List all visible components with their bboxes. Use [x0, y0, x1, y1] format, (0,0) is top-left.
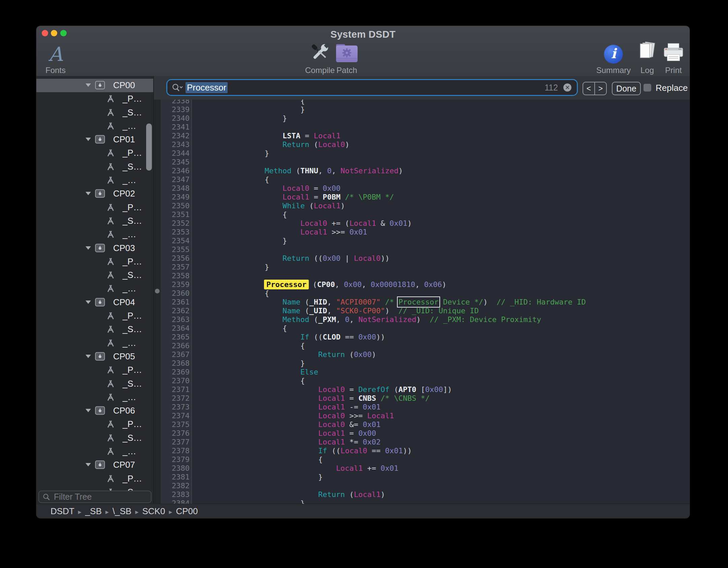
code-line-text: Name (_HID, "ACPI0007" /* Processor Devi…: [211, 298, 586, 307]
fonts-button[interactable]: A Fonts: [45, 41, 66, 75]
device-scope-icon: [95, 406, 105, 416]
tree-item-CP06[interactable]: CP06: [36, 404, 153, 418]
tree-item[interactable]: _P…: [36, 363, 153, 377]
tree-item[interactable]: _S…: [36, 377, 153, 391]
code-line-text: While (Local1): [211, 202, 345, 210]
code-line: 2366 {: [154, 342, 690, 350]
splitter-handle[interactable]: [155, 289, 160, 293]
breadcrumb-item[interactable]: \_SB: [112, 506, 131, 517]
line-number: 2380: [161, 464, 190, 473]
code-line: 2368 }: [154, 359, 690, 368]
tree-item-CP02[interactable]: CP02: [36, 187, 153, 201]
tree-item[interactable]: _P…: [36, 146, 153, 160]
tree-item[interactable]: _…: [36, 391, 153, 404]
compile-button[interactable]: Compile: [305, 41, 335, 75]
line-number: 2382: [161, 482, 190, 490]
clear-search-button[interactable]: ✕: [563, 83, 571, 92]
tree-item[interactable]: _S…: [36, 214, 153, 228]
tree-item[interactable]: _S…: [36, 323, 153, 336]
disclosure-triangle-icon[interactable]: [86, 463, 91, 466]
code-line: 2379 {: [154, 455, 690, 464]
code-line: 2359 Processor (CP00, 0x00, 0x00001810, …: [154, 280, 690, 289]
breadcrumb-item[interactable]: DSDT: [51, 506, 74, 517]
tree-item-CP01[interactable]: CP01: [36, 133, 153, 146]
code-line-text: {: [211, 342, 305, 350]
code-line-text: {: [211, 324, 287, 333]
tree-item-label: _…: [123, 392, 136, 402]
tree-item[interactable]: _…: [36, 174, 153, 187]
code-line: 2347 {: [154, 175, 690, 184]
tree-item-CP00[interactable]: CP00: [36, 79, 153, 92]
tree-item[interactable]: _…: [36, 119, 153, 133]
patch-label: Patch: [336, 66, 357, 75]
code-lines: 2338 {2339 }2340 }23412342 LSTA = Local1…: [154, 100, 690, 504]
patch-button[interactable]: Patch: [336, 41, 358, 75]
search-icon[interactable]: [171, 83, 183, 92]
disclosure-triangle-icon[interactable]: [86, 300, 91, 304]
summary-button[interactable]: i Summary: [596, 41, 631, 75]
code-line: 2364 {: [154, 324, 690, 333]
disclosure-triangle-icon[interactable]: [86, 355, 91, 358]
filter-tree-input[interactable]: Filter Tree: [38, 491, 152, 503]
method-icon: [106, 271, 115, 281]
disclosure-triangle-icon[interactable]: [86, 138, 91, 141]
line-number: 2367: [161, 350, 190, 359]
code-line: 2369 Else: [154, 368, 690, 377]
disclosure-triangle-icon[interactable]: [86, 246, 91, 250]
line-number: 2350: [161, 202, 190, 210]
tree-item[interactable]: _P…: [36, 255, 153, 269]
line-number: 2368: [161, 359, 190, 368]
done-button[interactable]: Done: [612, 82, 641, 95]
tree-item[interactable]: _…: [36, 282, 153, 295]
breadcrumb-item[interactable]: SCK0: [142, 506, 165, 517]
tree-item[interactable]: _…: [36, 445, 153, 458]
tree-item[interactable]: _P…: [36, 418, 153, 431]
previous-match-button[interactable]: <: [583, 82, 595, 95]
tree-item[interactable]: _P…: [36, 472, 153, 486]
code-line-text: Local0 &= 0x01: [211, 420, 380, 429]
code-line-text: Return (Local1): [211, 490, 385, 499]
disclosure-triangle-icon[interactable]: [86, 409, 91, 412]
tree-item-CP07[interactable]: CP07: [36, 458, 153, 472]
disclosure-triangle-icon[interactable]: [86, 192, 91, 195]
code-editor[interactable]: 2338 {2339 }2340 }23412342 LSTA = Local1…: [154, 100, 690, 504]
tree-item-CP05[interactable]: CP05: [36, 350, 153, 363]
code-line-text: Return ((0x00 | Local0)): [211, 254, 390, 263]
breadcrumb-item[interactable]: _SB: [85, 506, 102, 517]
disclosure-triangle-icon[interactable]: [86, 83, 91, 87]
path-bar: DSDT▸_SB▸\_SB▸SCK0▸CP00: [36, 504, 690, 518]
tree-item[interactable]: _P…: [36, 201, 153, 214]
tree-item[interactable]: _…: [36, 228, 153, 241]
code-line: 2345: [154, 158, 690, 167]
tree-item-CP04[interactable]: CP04: [36, 296, 153, 309]
breadcrumb-item[interactable]: CP00: [176, 506, 198, 517]
filter-search-icon: [42, 493, 51, 501]
log-button[interactable]: Log: [637, 41, 658, 75]
sidebar-scrollbar-thumb[interactable]: [146, 123, 152, 171]
tree-item[interactable]: _…: [36, 336, 153, 350]
line-number: 2362: [161, 307, 190, 315]
search-input[interactable]: Processor 112 ✕: [167, 80, 577, 95]
next-match-button[interactable]: >: [595, 82, 606, 95]
tree-item[interactable]: _P…: [36, 92, 153, 106]
print-button[interactable]: Print: [663, 41, 684, 75]
line-number: 2363: [161, 315, 190, 324]
tree-item[interactable]: _S…: [36, 106, 153, 119]
tree-item-label: _…: [123, 229, 136, 240]
line-number: 2352: [161, 219, 190, 228]
tree-item-label: _P…: [123, 419, 142, 429]
replace-checkbox[interactable]: [643, 84, 651, 92]
tree-item-label: _S…: [123, 270, 142, 280]
tree-item-label: _…: [123, 446, 136, 457]
tree-item[interactable]: _S…: [36, 269, 153, 282]
compile-icon: [308, 41, 332, 64]
tree-item[interactable]: _S…: [36, 431, 153, 445]
line-number: 2347: [161, 175, 190, 184]
code-line: 2357 }: [154, 263, 690, 272]
tree-item-CP03[interactable]: CP03: [36, 242, 153, 255]
tree-item[interactable]: _P…: [36, 309, 153, 323]
code-line: 2363 Method (_PXM, 0, NotSerialized) // …: [154, 315, 690, 324]
tree-item[interactable]: _S…: [36, 160, 153, 174]
line-number: 2364: [161, 324, 190, 333]
code-line-text: }: [211, 237, 287, 245]
